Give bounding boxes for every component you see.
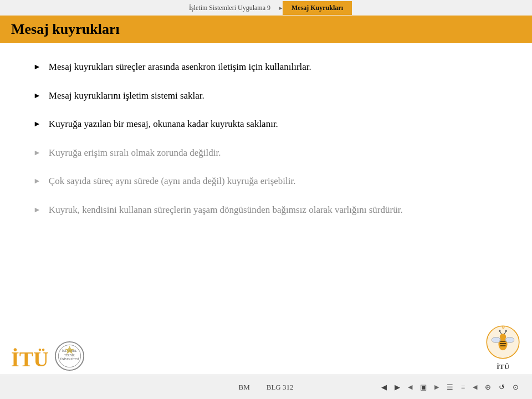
nav-divider: ◀ (408, 383, 412, 391)
bee-logo-icon: ⚙ (485, 324, 521, 360)
svg-text:⚙: ⚙ (502, 325, 505, 329)
nav-list-icon[interactable]: ☰ (444, 382, 456, 393)
nav-divider2: ▶ (434, 383, 439, 391)
footer: BM BLG 312 ◀ ▶ ◀ ▣ ▶ ☰ ≡ ◀ ⊕ ↺ ⊙ (0, 375, 532, 399)
nav-item-1[interactable]: İşletim Sistemleri Uygulama 9 (180, 1, 279, 15)
nav-frame-icon[interactable]: ▣ (418, 382, 429, 393)
bullet-arrow-icon: ► (33, 90, 41, 101)
footer-course-code: BM (239, 383, 250, 392)
list-item: ► Mesaj kuyruklarını işletim sistemi sak… (33, 89, 499, 103)
bullet-text: Kuyruğa erişim sıralı olmak zorunda deği… (49, 146, 221, 160)
bullet-arrow-icon: ► (33, 61, 41, 73)
footer-navigation-icons[interactable]: ◀ ▶ ◀ ▣ ▶ ☰ ≡ ◀ ⊕ ↺ ⊙ (379, 382, 521, 393)
main-content: ► Mesaj kuyrukları süreçler arasında ase… (0, 43, 532, 237)
bullet-arrow-icon: ► (33, 147, 41, 158)
svg-text:ÜNİVERSİTESİ: ÜNİVERSİTESİ (60, 357, 79, 361)
bullet-text: Mesaj kuyruklarını işletim sistemi sakla… (49, 89, 204, 103)
nav-zoom-icon[interactable]: ⊕ (483, 382, 493, 393)
list-item: ► Mesaj kuyrukları süreçler arasında ase… (33, 60, 499, 74)
list-item: ► Kuyruğa yazılan bir mesaj, okunana kad… (33, 117, 499, 131)
breadcrumb: İşletim Sistemleri Uygulama 9 ▸ Mesaj Ku… (0, 1, 532, 15)
list-item: ► Kuyruk, kendisini kullanan süreçlerin … (33, 203, 499, 217)
svg-point-13 (505, 337, 514, 343)
nav-search-icon[interactable]: ↺ (497, 382, 507, 393)
nav-item-2[interactable]: Mesaj Kuyrukları (283, 1, 352, 15)
bullet-text: Çok sayıda süreç aynı sürede (aynı anda … (49, 174, 296, 188)
bullet-arrow-icon: ► (33, 175, 41, 187)
footer-course-number: BLG 312 (267, 383, 294, 392)
bullet-list: ► Mesaj kuyrukları süreçler arasında ase… (33, 60, 499, 217)
itu-text: İTÜ (11, 347, 49, 371)
svg-marker-5 (65, 346, 74, 354)
svg-text:TEKNİK: TEKNİK (64, 354, 75, 357)
bottom-right-logo: ⚙ İTÜ (485, 324, 521, 371)
nav-menu-icon[interactable]: ≡ (459, 382, 467, 393)
itu-right-label: İTÜ (497, 362, 509, 371)
bullet-text: Kuyruğa yazılan bir mesaj, okunana kadar… (49, 117, 278, 131)
footer-center: BM BLG 312 (239, 383, 294, 392)
nav-divider3: ◀ (473, 383, 477, 391)
header-bar: Mesaj kuyrukları (0, 16, 532, 43)
svg-point-18 (505, 330, 507, 332)
svg-point-12 (492, 337, 500, 343)
list-item: ► Kuyruğa erişim sıralı olmak zorunda de… (33, 146, 499, 160)
bullet-arrow-icon: ► (33, 204, 41, 216)
page-title: Mesaj kuyrukları (11, 21, 120, 38)
top-navigation: İşletim Sistemleri Uygulama 9 ▸ Mesaj Ku… (0, 0, 532, 16)
nav-first-icon[interactable]: ◀ (379, 382, 389, 393)
nav-prev-icon[interactable]: ▶ (392, 382, 402, 393)
bottom-left-logo: İTÜ İSTANBUL TEKNİK ÜNİVERSİTESİ (11, 341, 85, 371)
svg-point-16 (499, 330, 500, 332)
bullet-arrow-icon: ► (33, 118, 41, 130)
list-item: ► Çok sayıda süreç aynı sürede (aynı and… (33, 174, 499, 188)
bullet-text: Kuyruk, kendisini kullanan süreçlerin ya… (49, 203, 403, 217)
nav-more-icon[interactable]: ⊙ (510, 382, 521, 393)
svg-point-14 (500, 334, 506, 340)
bullet-text: Mesaj kuyrukları süreçler arasında asenk… (49, 60, 311, 74)
itu-circle-logo: İSTANBUL TEKNİK ÜNİVERSİTESİ (54, 341, 85, 371)
